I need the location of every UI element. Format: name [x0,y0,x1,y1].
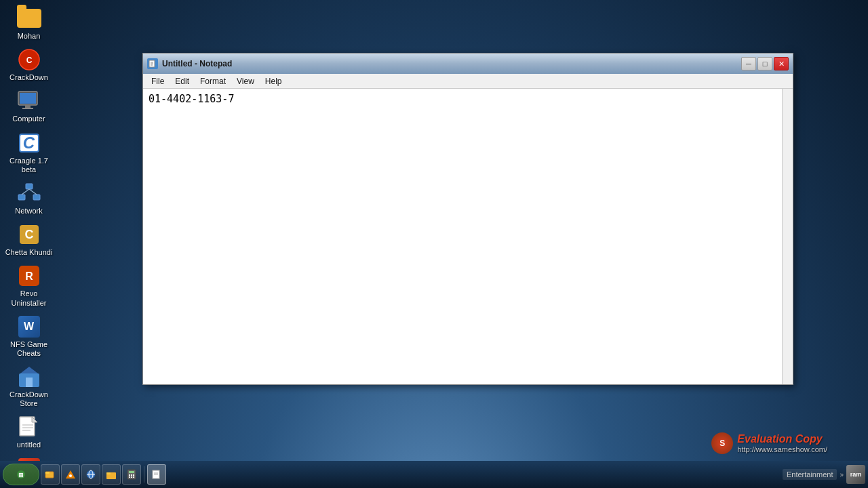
desktop-icon-craagle[interactable]: C Craagle 1.7 beta [3,128,56,177]
taskbar: ⊞ [0,461,868,488]
desktop-icon-chetta-khundi[interactable]: C Chetta Khundi [3,220,56,260]
notepad-taskbar-icon [152,470,161,479]
untitled-icon [17,415,41,439]
svg-rect-4 [25,105,31,108]
taskbar-ie-button[interactable] [81,464,100,485]
calculator-icon [126,469,137,480]
svg-rect-39 [129,471,134,473]
taskbar-arrow[interactable]: » [840,471,844,479]
svg-marker-16 [20,367,38,373]
close-button[interactable]: ✕ [774,57,789,70]
taskbar-separator [144,466,144,483]
svg-rect-42 [133,474,134,476]
notepad-content-area: 01-4402-1163-7 [143,89,793,384]
craagle-icon: C [17,131,41,155]
computer-label: Computer [12,115,45,123]
mohan-label: Mohan [18,32,41,41]
desktop-icon-mohan[interactable]: Mohan [3,3,56,43]
nfs-icon: W [17,314,41,339]
desktop-icons-container: Mohan C CrackDown Computer [0,0,58,488]
svg-rect-45 [133,476,134,478]
menu-format[interactable]: Format [195,75,231,87]
svg-rect-17 [26,378,33,387]
craagle-label: Craagle 1.7 beta [5,157,53,174]
desktop-icon-network[interactable]: Network [3,178,56,218]
menu-file[interactable]: File [146,75,170,87]
maximize-button[interactable]: □ [757,57,772,70]
window-titlebar[interactable]: Untitled - Notepad ─ □ ✕ [143,54,793,74]
notepad-textarea[interactable]: 01-4402-1163-7 [143,89,793,384]
folder-taskbar-icon [106,469,117,480]
desktop-icon-crackdown[interactable]: C CrackDown [3,45,56,85]
svg-text:R: R [25,270,33,282]
revo-label: Revo Uninstaller [5,289,53,307]
svg-rect-5 [22,108,33,109]
network-icon [17,181,41,205]
svg-line-9 [22,189,29,195]
svg-rect-41 [131,474,132,476]
crackdown-store-label: CrackDown Store [5,390,53,408]
watermark-container: S Evaluation Copy http://www.sameshow.co… [711,432,827,454]
svg-text:⊞: ⊞ [18,472,24,479]
taskbar-right-area: Entertainment » ram [783,465,865,484]
svg-rect-8 [33,195,40,200]
watermark-logo: S [711,432,733,454]
svg-rect-3 [20,93,36,104]
mohan-icon [17,6,41,30]
computer-icon [17,89,41,113]
watermark-text: Evaluation Copy [737,433,827,445]
svg-text:C: C [24,228,33,241]
taskbar-calculator-button[interactable] [122,464,141,485]
crackdown-icon: C [17,47,41,72]
vlc-icon [65,469,76,480]
notepad-title: Untitled - Notepad [162,59,741,68]
svg-rect-40 [129,474,130,476]
ram-icon: ram [846,465,865,484]
svg-rect-43 [129,476,130,478]
untitled-label: untitled [17,441,41,449]
notepad-window-icon [147,58,158,69]
crackdown-store-icon [17,365,41,389]
desktop-icon-nfs[interactable]: W NFS Game Cheats [3,312,56,361]
taskbar-vlc-button[interactable] [61,464,80,485]
minimize-button[interactable]: ─ [741,57,756,70]
crackdown-label: CrackDown [9,73,48,82]
svg-line-10 [29,189,37,195]
taskbar-folder-button[interactable] [102,464,121,485]
explorer-icon [45,469,56,480]
svg-rect-7 [18,195,25,200]
svg-rect-37 [106,472,111,474]
svg-rect-44 [131,476,132,478]
menu-edit[interactable]: Edit [170,75,195,87]
notepad-menubar: File Edit Format View Help [143,74,793,89]
desktop-icon-untitled[interactable]: untitled [3,412,56,452]
chetta-khundi-icon: C [17,222,41,247]
start-orb-icon: ⊞ [16,470,26,479]
svg-rect-30 [45,472,50,474]
desktop-icon-computer[interactable]: Computer [3,86,56,126]
chetta-khundi-label: Chetta Khundi [5,248,53,257]
notepad-window: Untitled - Notepad ─ □ ✕ File Edit Forma… [142,53,793,385]
nfs-label: NFS Game Cheats [5,340,53,358]
taskbar-explorer-button[interactable] [41,464,60,485]
revo-icon: R [17,264,41,288]
svg-rect-6 [26,184,33,189]
svg-point-32 [69,474,72,477]
start-button[interactable]: ⊞ [3,464,39,485]
window-controls: ─ □ ✕ [741,57,789,70]
svg-text:C: C [26,56,32,65]
network-label: Network [15,207,42,216]
taskbar-notepad-button[interactable] [147,464,166,485]
vertical-scrollbar[interactable] [782,89,793,384]
taskbar-notification[interactable]: Entertainment [783,469,837,480]
ie-icon [85,469,96,480]
desktop-icon-revo[interactable]: R Revo Uninstaller [3,261,56,310]
desktop-icon-crackdown-store[interactable]: CrackDown Store [3,362,56,411]
menu-help[interactable]: Help [260,75,288,87]
watermark-url: http://www.sameshow.com/ [737,445,827,453]
menu-view[interactable]: View [231,75,260,87]
desktop: Mohan C CrackDown Computer [0,0,868,488]
